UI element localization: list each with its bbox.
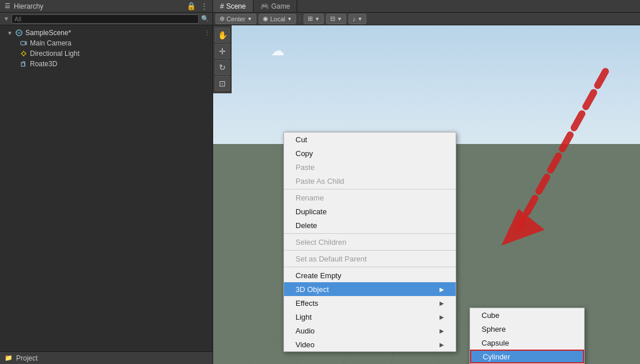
submenu-arrow-video: ▶	[440, 342, 444, 348]
scene-tab-label: Scene	[226, 2, 246, 10]
menu-select-children[interactable]: Select Children	[284, 235, 456, 249]
header-icons: 🔒 ⋮	[187, 2, 208, 10]
scene-menu-icon[interactable]: ⋮	[204, 29, 210, 37]
center-dropdown-icon: ▼	[247, 16, 252, 22]
local-icon: ◉	[263, 15, 268, 22]
menu-sep-4	[284, 267, 456, 267]
hierarchy-item-camera[interactable]: Main Camera	[0, 38, 213, 48]
center-icon: ⊕	[219, 15, 225, 22]
copy-label: Copy	[296, 149, 313, 158]
submenu-arrow-light: ▶	[440, 314, 444, 320]
audio-button[interactable]: ♪ ▼	[349, 14, 366, 24]
menu-effects[interactable]: Effects ▶	[284, 296, 456, 310]
paste-as-child-label: Paste As Child	[296, 177, 344, 185]
svg-point-3	[22, 52, 25, 55]
menu-paste[interactable]: Paste	[284, 160, 456, 174]
menu-paste-as-child[interactable]: Paste As Child	[284, 174, 456, 188]
rotate-tool[interactable]: ↻	[215, 60, 230, 75]
3d-object-label: 3D Object	[296, 285, 329, 294]
light-menu-label: Light	[296, 313, 312, 321]
hierarchy-label: Hierarchy	[14, 2, 43, 10]
tab-game[interactable]: 🎮 Game	[253, 0, 298, 12]
set-default-parent-label: Set as Default Parent	[296, 255, 367, 263]
scene-name: SampleScene*	[25, 29, 71, 37]
project-label: Project	[16, 354, 37, 362]
sphere-label: Sphere	[482, 325, 506, 333]
menu-rename[interactable]: Rename	[284, 191, 456, 204]
submenu-arrow-audio: ▶	[440, 328, 444, 334]
menu-sep-2	[284, 233, 456, 234]
menu-copy[interactable]: Copy	[284, 146, 456, 160]
audio-label: Audio	[296, 327, 315, 335]
submenu-arrow-effects: ▶	[440, 300, 444, 306]
cylinder-label: Cylinder	[483, 352, 510, 361]
menu-3d-object[interactable]: 3D Object ▶	[284, 282, 456, 296]
dropdown-icon[interactable]: ▼	[3, 16, 9, 22]
context-menu: Cut Copy Paste Paste As Child Rename Dup…	[283, 132, 456, 352]
sub-context-menu: Cube Sphere Capsule Cylinder Plane	[469, 308, 585, 364]
project-panel-tab[interactable]: 📁 Project	[0, 351, 213, 364]
search-input[interactable]	[12, 14, 199, 24]
scale-tool[interactable]: ⊡	[215, 76, 230, 91]
menu-video[interactable]: Video ▶	[284, 338, 456, 351]
scene-left-toolbar: ✋ ✛ ↻ ⊡	[213, 25, 232, 93]
lock-icon[interactable]: 🔒	[187, 2, 196, 10]
hierarchy-icon: ☰	[5, 2, 10, 10]
menu-sep-1	[284, 189, 456, 189]
local-dropdown-icon: ▼	[287, 16, 292, 22]
roate3d-label: Roate3D	[30, 60, 57, 68]
svg-rect-1	[21, 41, 25, 45]
hierarchy-item-light[interactable]: Directional Light	[0, 48, 213, 59]
tab-scene[interactable]: # Scene	[213, 0, 253, 12]
game-tab-label: Game	[271, 2, 290, 10]
camera-icon	[20, 39, 28, 47]
menu-set-default-parent[interactable]: Set as Default Parent	[284, 252, 456, 266]
scene-view: # Scene 🎮 Game ⊕ Center ▼ ◉ Local ▼ ⊞ ▼ …	[213, 0, 640, 364]
light-icon	[20, 50, 28, 58]
hierarchy-item-roate3d[interactable]: Roate3D	[0, 59, 213, 69]
hierarchy-header: ☰ Hierarchy 🔒 ⋮	[0, 0, 213, 13]
hierarchy-panel: ☰ Hierarchy 🔒 ⋮ ▼ 🔍 ▼	[0, 0, 213, 364]
menu-create-empty[interactable]: Create Empty	[284, 268, 456, 282]
scene-toolbar: ⊕ Center ▼ ◉ Local ▼ ⊞ ▼ ⊟ ▼ ♪ ▼	[213, 13, 640, 25]
center-button[interactable]: ⊕ Center ▼	[215, 14, 256, 24]
menu-audio[interactable]: Audio ▶	[284, 324, 456, 338]
camera-label: Main Camera	[30, 39, 71, 47]
menu-delete[interactable]: Delete	[284, 218, 456, 232]
game-icon: 🎮	[260, 2, 269, 10]
menu-light[interactable]: Light ▶	[284, 310, 456, 324]
local-label: Local	[270, 16, 285, 22]
submenu-capsule[interactable]: Capsule	[470, 336, 584, 350]
submenu-cylinder[interactable]: Cylinder	[470, 350, 584, 363]
object3d-icon	[20, 60, 28, 68]
grid-button[interactable]: ⊞ ▼	[304, 14, 324, 24]
effects-label: Effects	[296, 299, 319, 308]
gizmo-button[interactable]: ⊟ ▼	[326, 14, 346, 24]
menu-duplicate[interactable]: Duplicate	[284, 204, 456, 218]
hierarchy-scene-root[interactable]: ▼ SampleScene* ⋮	[0, 28, 213, 38]
scene-tabs: # Scene 🎮 Game	[213, 0, 640, 13]
paste-label: Paste	[296, 163, 315, 172]
more-icon[interactable]: ⋮	[200, 2, 208, 10]
menu-cut[interactable]: Cut	[284, 132, 456, 146]
capsule-label: Capsule	[482, 339, 509, 347]
menu-sep-3	[284, 250, 456, 251]
submenu-sphere[interactable]: Sphere	[470, 322, 584, 336]
hierarchy-tree: ▼ SampleScene* ⋮	[0, 25, 213, 351]
cut-label: Cut	[296, 135, 307, 144]
move-tool[interactable]: ✛	[215, 44, 230, 59]
svg-marker-2	[25, 41, 26, 45]
tree-arrow: ▼	[7, 30, 14, 36]
hierarchy-title: ☰ Hierarchy	[5, 2, 187, 10]
search-bar: ▼ 🔍	[0, 13, 213, 25]
cloud-icon: ☁	[271, 43, 285, 59]
video-label: Video	[296, 340, 315, 349]
submenu-cube[interactable]: Cube	[470, 308, 584, 322]
scene-icon	[15, 29, 23, 37]
project-icon: 📁	[5, 354, 13, 362]
hand-tool[interactable]: ✋	[215, 28, 230, 43]
light-label: Directional Light	[30, 50, 79, 58]
local-button[interactable]: ◉ Local ▼	[259, 14, 296, 24]
delete-label: Delete	[296, 221, 317, 230]
svg-rect-8	[21, 63, 25, 66]
